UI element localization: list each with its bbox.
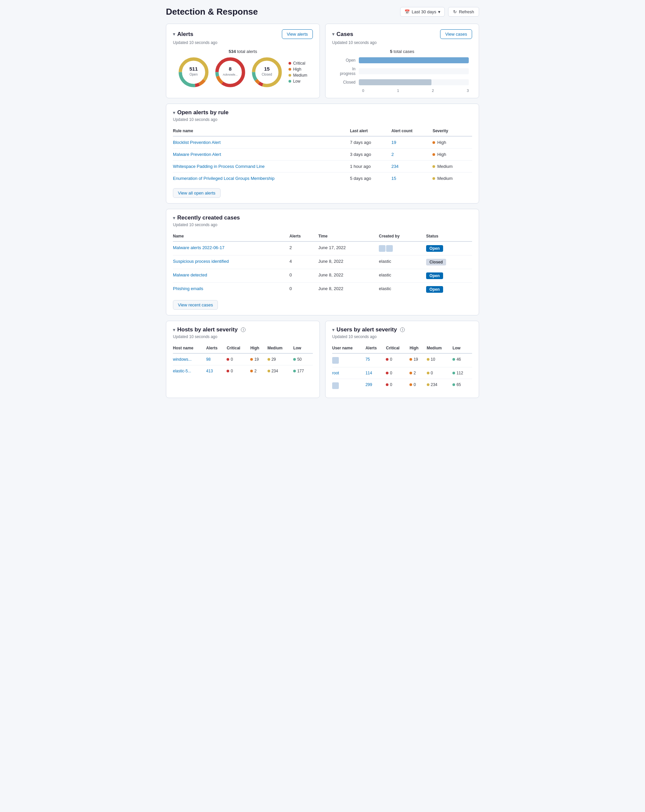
table-row: Enumeration of Privileged Local Groups M…	[173, 172, 472, 185]
table-row: Whitespace Padding in Process Command Li…	[173, 160, 472, 172]
status-badge: Open	[426, 272, 443, 279]
user-medium-count: 234	[427, 382, 449, 387]
case-name-cell: Malware detected	[173, 269, 289, 283]
host-alerts-count[interactable]: 413	[206, 369, 213, 373]
open-alerts-header-row: Rule name Last alert Alert count Severit…	[173, 126, 472, 136]
date-range-label: Last 30 days	[412, 9, 436, 14]
case-name-cell: Malware alerts 2022-06-17	[173, 241, 289, 255]
low-dot	[293, 370, 296, 372]
refresh-button[interactable]: ↻ Refresh	[448, 7, 479, 17]
rule-link[interactable]: Enumeration of Privileged Local Groups M…	[173, 176, 275, 181]
high-dot	[410, 383, 412, 386]
case-created-by-cell: elastic	[379, 269, 426, 283]
recent-cases-table: Name Alerts Time Created by Status Malwa…	[173, 231, 472, 296]
user-alerts-cell: 299	[365, 379, 386, 393]
user-critical-cell: 0	[386, 379, 410, 393]
user-alerts-count[interactable]: 75	[365, 357, 370, 362]
user-low-count: 65	[452, 382, 469, 387]
view-cases-button[interactable]: View cases	[440, 29, 472, 39]
count-link[interactable]: 234	[391, 164, 399, 169]
case-time-cell: June 8, 2022	[318, 255, 379, 269]
col-alerts: Alerts	[289, 231, 318, 241]
col-user-name: User name	[332, 343, 365, 353]
donut-closed: 15 Closed	[252, 57, 282, 87]
col-host-name: Host name	[173, 343, 206, 353]
hosts-info-icon[interactable]: i	[241, 327, 246, 332]
case-link[interactable]: Phishing emails	[173, 286, 203, 291]
medium-dot	[427, 383, 429, 386]
critical-dot	[289, 62, 291, 65]
case-link[interactable]: Suspicious process identified	[173, 259, 229, 264]
count-link[interactable]: 15	[391, 176, 396, 181]
open-alerts-tbody: Blocklist Prevention Alert 7 days ago 19…	[173, 136, 472, 184]
rule-name-cell: Whitespace Padding in Process Command Li…	[173, 160, 350, 172]
user-medium-count: 0	[427, 371, 449, 375]
date-range-button[interactable]: 📅 Last 30 days ▾	[400, 7, 445, 17]
view-all-alerts-button[interactable]: View all open alerts	[173, 188, 220, 198]
status-badge: Closed	[426, 259, 446, 266]
hosts-table: Host name Alerts Critical High Medium Lo…	[173, 343, 313, 377]
open-alerts-card: ▾ Open alerts by rule Updated 10 seconds…	[166, 104, 479, 203]
count-link[interactable]: 19	[391, 140, 396, 145]
case-time-cell: June 8, 2022	[318, 283, 379, 296]
open-alerts-table: Rule name Last alert Alert count Severit…	[173, 126, 472, 184]
table-row: Suspicious process identified 4 June 8, …	[173, 255, 472, 269]
host-link[interactable]: elastic-5...	[173, 369, 191, 373]
svg-text:Acknowle...: Acknowle...	[223, 73, 238, 76]
user-high-cell: 19	[410, 353, 426, 367]
table-row: Malware detected 0 June 8, 2022 elastic …	[173, 269, 472, 283]
page-header: Detection & Response 📅 Last 30 days ▾ ↻ …	[166, 7, 479, 17]
table-row: Malware Prevention Alert 3 days ago 2 Hi…	[173, 148, 472, 160]
host-high-count: 19	[250, 357, 264, 362]
bar-open: Open	[335, 57, 469, 63]
rule-link[interactable]: Blocklist Prevention Alert	[173, 140, 220, 145]
col-rule-name: Rule name	[173, 126, 350, 136]
rule-link[interactable]: Whitespace Padding in Process Command Li…	[173, 164, 264, 169]
case-status-cell: Open	[426, 283, 472, 296]
col-case-name: Name	[173, 231, 289, 241]
severity-dot	[433, 165, 435, 168]
chevron-icon: ▾	[332, 32, 335, 37]
legend-medium: Medium	[289, 73, 307, 78]
recent-cases-card: ▾ Recently created cases Updated 10 seco…	[166, 209, 479, 315]
donut-open: 511 Open	[179, 57, 209, 87]
case-link[interactable]: Malware alerts 2022-06-17	[173, 245, 225, 250]
severity-badge: High	[433, 140, 469, 145]
user-link[interactable]: root	[332, 371, 339, 375]
severity-dot	[433, 177, 435, 180]
critical-dot	[386, 358, 388, 361]
table-row: 75 0 19 10	[332, 353, 472, 367]
user-medium-count: 10	[427, 357, 449, 362]
col-user-medium: Medium	[427, 343, 452, 353]
last-alert-cell: 5 days ago	[350, 172, 391, 185]
view-alerts-button[interactable]: View alerts	[282, 29, 313, 39]
medium-dot	[289, 74, 291, 76]
users-info-icon[interactable]: i	[400, 327, 405, 332]
severity-dot	[433, 141, 435, 144]
calendar-icon: 📅	[405, 9, 410, 14]
bar-open-track	[359, 57, 469, 63]
rule-link[interactable]: Malware Prevention Alert	[173, 152, 221, 157]
avatar	[386, 245, 393, 252]
cases-card-header: ▾ Cases View cases	[332, 29, 472, 39]
count-link[interactable]: 2	[391, 152, 394, 157]
user-alerts-count[interactable]: 299	[365, 382, 372, 387]
user-low-count: 46	[452, 357, 469, 362]
case-link[interactable]: Malware detected	[173, 272, 207, 278]
user-high-cell: 0	[410, 379, 426, 393]
bar-inprogress-track	[359, 68, 469, 74]
severity-cell: Medium	[433, 160, 472, 172]
svg-text:15: 15	[264, 66, 269, 72]
user-alerts-count[interactable]: 114	[365, 371, 372, 375]
col-status: Status	[426, 231, 472, 241]
user-critical-count: 0	[386, 382, 406, 387]
host-alerts-count[interactable]: 98	[206, 357, 211, 362]
critical-dot	[386, 372, 388, 374]
legend-critical: Critical	[289, 61, 307, 66]
host-link[interactable]: windows...	[173, 357, 191, 362]
chevron-icon: ▾	[173, 327, 175, 333]
open-alerts-header: ▾ Open alerts by rule	[173, 109, 472, 116]
legend-high: High	[289, 67, 307, 72]
view-recent-cases-button[interactable]: View recent cases	[173, 300, 218, 310]
user-name-cell	[332, 353, 365, 367]
